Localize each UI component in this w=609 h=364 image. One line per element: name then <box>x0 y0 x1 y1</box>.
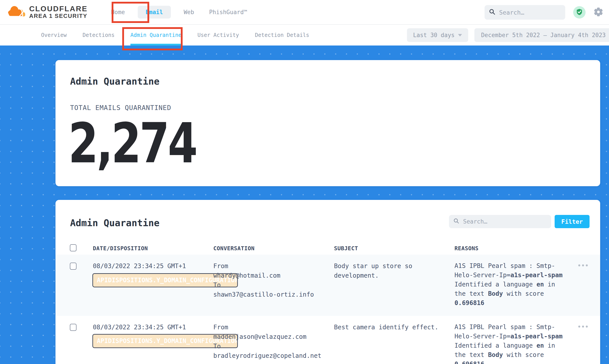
table-row[interactable]: APIDISPOSITIONS.Y_DOMAIN_CONFIGURATION 0… <box>55 255 600 316</box>
page-background: Admin Quarantine TOTAL EMAILS QUARANTINE… <box>0 46 609 364</box>
search-icon <box>489 9 496 16</box>
global-search-input[interactable] <box>499 9 561 16</box>
total-quarantined-label: TOTAL EMAILS QUARANTINED <box>70 104 171 112</box>
to-address: shawn37@castillo-ortiz.info <box>213 290 334 299</box>
summary-card: Admin Quarantine TOTAL EMAILS QUARANTINE… <box>55 60 600 186</box>
from-address: whardy@hotmail.com <box>213 271 334 280</box>
date-range-display[interactable]: December 5th 2022 — January 4th 2023 <box>474 28 609 42</box>
nav-item-phishguard[interactable]: PhishGuard™ <box>202 9 255 15</box>
reasons-cell: A1S IPBL Pearl spam : Smtp-Helo-Server-I… <box>455 323 565 364</box>
to-address: bradleyrodriguez@copeland.net <box>213 351 334 361</box>
brand-subtitle: AREA 1 SECURITY <box>29 13 88 19</box>
time-range-label: Last 30 days <box>413 32 455 39</box>
settings-gear-icon[interactable] <box>594 7 603 18</box>
table-search[interactable] <box>449 215 551 228</box>
subject-cell: Body star up store so development. <box>334 261 455 316</box>
active-tab-underline <box>130 44 181 46</box>
date-cell: 08/03/2022 23:34:25 GMT+1 <box>93 261 213 316</box>
top-bar: CLOUDFLARE AREA 1 SECURITY Home Email We… <box>0 0 609 25</box>
filter-button[interactable]: Filter <box>555 215 590 228</box>
table-search-input[interactable] <box>463 218 547 225</box>
quarantine-card-title: Admin Quarantine <box>70 218 160 228</box>
conversation-cell: From maddenjason@velazquez.com To bradle… <box>213 323 334 364</box>
shield-check-icon <box>576 8 583 17</box>
row-checkbox[interactable] <box>70 263 77 270</box>
tab-detections[interactable]: Detections <box>75 25 123 46</box>
column-header-subject: SUBJECT <box>334 245 455 252</box>
nav-item-home[interactable]: Home <box>103 9 132 15</box>
protection-status-badge[interactable] <box>573 6 586 19</box>
row-actions-menu-icon[interactable] <box>578 325 588 364</box>
nav-item-email-label: Email <box>146 9 163 15</box>
table-body: APIDISPOSITIONS.Y_DOMAIN_CONFIGURATION 0… <box>55 255 600 364</box>
row-actions-menu-icon[interactable] <box>578 264 588 316</box>
from-address: maddenjason@velazquez.com <box>213 332 334 341</box>
brand-title: CLOUDFLARE <box>29 5 88 13</box>
column-header-date: DATE/DISPOSITION <box>93 245 213 252</box>
from-label: From <box>213 323 334 332</box>
search-icon <box>453 218 460 225</box>
subject-cell: Best camera identify effect. <box>334 323 455 364</box>
email-section-nav: Overview Detections Admin Quarantine Use… <box>0 25 609 46</box>
tab-detection-details[interactable]: Detection Details <box>247 25 317 46</box>
summary-card-title: Admin Quarantine <box>70 76 160 87</box>
tab-overview[interactable]: Overview <box>33 25 75 46</box>
primary-nav: Home Email Web PhishGuard™ <box>103 6 255 19</box>
time-range-dropdown[interactable]: Last 30 days <box>407 28 468 42</box>
to-label: To <box>213 341 334 351</box>
column-header-reasons: REASONS <box>455 245 565 252</box>
tab-admin-quarantine[interactable]: Admin Quarantine <box>122 25 189 46</box>
nav-item-web[interactable]: Web <box>176 9 202 15</box>
from-label: From <box>213 261 334 271</box>
nav-item-email[interactable]: Email <box>138 6 171 19</box>
global-search[interactable] <box>485 5 565 20</box>
select-all-checkbox[interactable] <box>70 244 77 251</box>
tab-admin-quarantine-label: Admin Quarantine <box>130 32 181 38</box>
table-row[interactable]: APIDISPOSITIONS.Y_DOMAIN_CONFIGURATION 0… <box>55 316 600 364</box>
column-header-conversation: CONVERSATION <box>213 245 334 252</box>
tab-user-activity[interactable]: User Activity <box>189 25 247 46</box>
date-range-text: December 5th 2022 — January 4th 2023 <box>481 32 606 39</box>
cloudflare-cloud-icon <box>8 3 26 21</box>
total-quarantined-value: 2,274 <box>68 116 196 171</box>
row-checkbox[interactable] <box>70 324 77 331</box>
cloudflare-logo: CLOUDFLARE AREA 1 SECURITY <box>8 3 88 21</box>
to-label: To <box>213 280 334 290</box>
conversation-cell: From whardy@hotmail.com To shawn37@casti… <box>213 261 334 316</box>
quarantine-table-card: Admin Quarantine Filter DATE/DISPOSITION… <box>55 200 600 364</box>
reasons-cell: A1S IPBL Pearl spam : Smtp-Helo-Server-I… <box>455 261 565 316</box>
chevron-down-icon <box>458 34 462 37</box>
